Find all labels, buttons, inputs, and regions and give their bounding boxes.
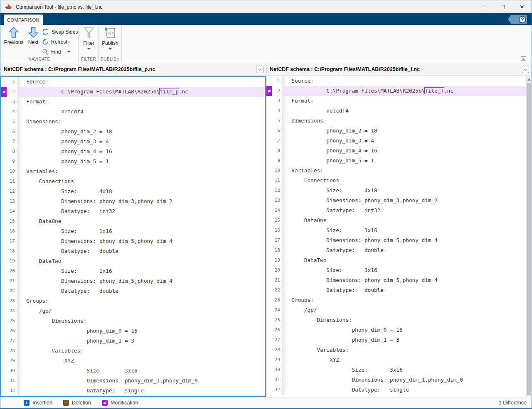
minimize-button[interactable] (474, 0, 493, 13)
code-line-13[interactable]: 13 Dimensions: phony_dim_3,phony_dim_2 (1, 196, 265, 206)
line-marker (266, 156, 272, 166)
code-line-23[interactable]: 23 Groups: (266, 295, 532, 305)
code-line-26[interactable]: 26 phony_dim_0 = 16 (1, 326, 265, 336)
code-line-25[interactable]: 25 Dimensions: (1, 316, 265, 326)
code-line-5[interactable]: 5 Dimensions: (1, 117, 265, 127)
code-line-24[interactable]: 24 /gp/ (266, 305, 532, 315)
code-line-7[interactable]: 7 phony_dim_3 = 4 (266, 136, 532, 146)
previous-button[interactable]: Previous (3, 27, 25, 45)
line-text: Dimensions: phony_dim_3,phony_dim_2 (282, 196, 532, 206)
deletion-label: Deletion (72, 400, 91, 406)
line-text: Variables: (17, 167, 265, 176)
maximize-button[interactable] (493, 0, 512, 13)
line-text: Format: (282, 96, 532, 106)
line-number: 8 (272, 146, 282, 156)
code-line-4[interactable]: 4 netcdf4 (1, 107, 265, 117)
code-line-22[interactable]: 22 Datatype: double (1, 286, 265, 296)
minimize-icon (482, 7, 486, 7)
collapse-ribbon-button[interactable] (520, 56, 527, 61)
filter-button[interactable]: Filter (79, 27, 98, 50)
code-line-19[interactable]: 19 DataTwo (1, 256, 265, 266)
code-line-2[interactable]: ≠2 C:\Program Files\MATLAB\R2025b\file_p… (1, 87, 265, 97)
line-marker (266, 315, 272, 325)
code-line-11[interactable]: 11 Connections (266, 176, 532, 186)
code-line-5[interactable]: 5 Dimensions: (266, 116, 532, 126)
line-marker (1, 366, 7, 376)
scrollbar-thumb[interactable] (527, 83, 531, 395)
code-line-7[interactable]: 7 phony_dim_3 = 4 (1, 137, 265, 147)
code-line-14[interactable]: 14 Datatype: int32 (266, 206, 532, 216)
code-line-21[interactable]: 21 Dimensions: phony_dim_5,phony_dim_4 (266, 275, 532, 285)
code-line-11[interactable]: 11 Connections (1, 176, 265, 186)
line-text: Dimensions: (282, 315, 532, 325)
code-line-4[interactable]: 4 netcdf4 (266, 106, 532, 116)
code-line-30[interactable]: 30 Size: 3x16 (1, 366, 265, 376)
code-line-16[interactable]: 16 Size: 1x16 (1, 226, 265, 236)
left-panel-menu-button[interactable] (256, 66, 264, 73)
line-marker (1, 196, 7, 206)
code-line-18[interactable]: 18 Datatype: double (266, 245, 532, 255)
code-line-15[interactable]: 15 DataOne (1, 216, 265, 226)
swap-sides-button[interactable]: Swap Sides (42, 27, 78, 36)
code-line-30[interactable]: 30 Size: 3x16 (266, 365, 532, 375)
code-line-15[interactable]: 15 DataOne (266, 216, 532, 225)
code-line-16[interactable]: 16 Size: 1x16 (266, 225, 532, 235)
line-marker (1, 186, 7, 196)
code-line-6[interactable]: 6 phony_dim_2 = 18 (1, 127, 265, 137)
publish-button[interactable]: </> Publish (99, 27, 121, 50)
code-line-29[interactable]: 29 XYZ (1, 356, 265, 366)
code-line-14[interactable]: 14 Datatype: int32 (1, 206, 265, 216)
right-panel-menu-button[interactable] (522, 66, 529, 73)
code-line-20[interactable]: 20 Size: 1x16 (1, 266, 265, 276)
code-line-32[interactable]: 32 Datatype: single (1, 386, 265, 396)
code-line-31[interactable]: 31 Dimensions: phony_dim_1,phony_dim_0 (266, 375, 532, 385)
code-line-19[interactable]: 19 DataTwo (266, 255, 532, 265)
code-line-28[interactable]: 28 Variables: (266, 345, 532, 355)
code-line-27[interactable]: 27 phony_dim_1 = 3 (266, 335, 532, 345)
code-line-22[interactable]: 22 Datatype: double (266, 285, 532, 295)
code-line-25[interactable]: 25 Dimensions: (266, 315, 532, 325)
difference-count: 1 Difference (499, 400, 527, 406)
code-line-21[interactable]: 21 Dimensions: phony_dim_5,phony_dim_4 (1, 276, 265, 286)
code-line-31[interactable]: 31 Dimensions: phony_dim_1,phony_dim_0 (1, 376, 265, 386)
find-button[interactable]: Find (42, 47, 78, 56)
tab-comparison[interactable]: COMPARISON (4, 15, 43, 25)
window-controls: × (474, 0, 532, 13)
code-line-32[interactable]: 32 Datatype: single (266, 385, 532, 395)
code-line-17[interactable]: 17 Dimensions: phony_dim_5,phony_dim_4 (1, 236, 265, 246)
code-line-27[interactable]: 27 phony_dim_1 = 3 (1, 336, 265, 346)
code-line-28[interactable]: 28 Variables: (1, 346, 265, 356)
next-button[interactable]: Next (25, 27, 41, 45)
code-line-12[interactable]: 12 Size: 4x18 (1, 186, 265, 196)
line-number: 18 (7, 246, 17, 256)
code-line-1[interactable]: 1 Source: (266, 76, 532, 86)
code-line-6[interactable]: 6 phony_dim_2 = 18 (266, 126, 532, 136)
vertical-scrollbar[interactable] (526, 76, 532, 397)
code-line-13[interactable]: 13 Dimensions: phony_dim_3,phony_dim_2 (266, 196, 532, 206)
refresh-button[interactable]: Refresh (42, 37, 78, 46)
toolbar-divider (78, 26, 79, 61)
code-line-2[interactable]: ≠2 C:\Program Files\MATLAB\R2025b\file_f… (266, 86, 532, 96)
code-line-12[interactable]: 12 Size: 4x18 (266, 186, 532, 196)
code-line-23[interactable]: 23 Groups: (1, 296, 265, 306)
code-line-1[interactable]: 1 Source: (1, 77, 265, 87)
code-line-20[interactable]: 20 Size: 1x16 (266, 265, 532, 275)
line-number: 25 (7, 316, 17, 326)
help-button[interactable]: ? (508, 15, 527, 24)
line-text: phony_dim_2 = 18 (282, 126, 532, 136)
code-line-29[interactable]: 29 XYZ (266, 355, 532, 365)
code-line-24[interactable]: 24 /gp/ (1, 306, 265, 316)
code-line-18[interactable]: 18 Datatype: double (1, 246, 265, 256)
code-line-17[interactable]: 17 Dimensions: phony_dim_5,phony_dim_4 (266, 235, 532, 245)
code-line-8[interactable]: 8 phony_dim_4 = 16 (266, 146, 532, 156)
code-line-10[interactable]: 10 Variables: (1, 167, 265, 176)
close-button[interactable]: × (512, 0, 532, 13)
code-line-9[interactable]: 9 phony_dim_5 = 1 (1, 157, 265, 167)
code-line-8[interactable]: 8 phony_dim_4 = 16 (1, 147, 265, 157)
code-line-26[interactable]: 26 phony_dim_0 = 16 (266, 325, 532, 335)
code-line-3[interactable]: 3 Format: (1, 97, 265, 107)
code-line-3[interactable]: 3 Format: (266, 96, 532, 106)
code-line-10[interactable]: 10 Variables: (266, 166, 532, 176)
line-marker (266, 365, 272, 375)
code-line-9[interactable]: 9 phony_dim_5 = 1 (266, 156, 532, 166)
